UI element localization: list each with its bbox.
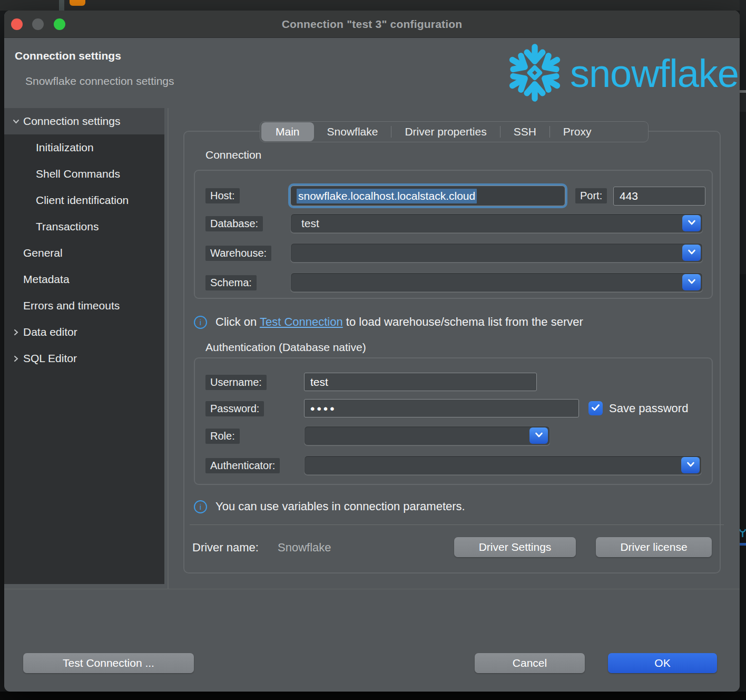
sidebar-item-transactions[interactable]: Transactions [4,213,164,240]
close-button[interactable] [11,18,23,30]
warehouse-dropdown-button[interactable] [682,245,701,261]
snowflake-logo-icon [505,43,565,105]
background-cyan-icon [739,529,746,538]
chevron-down-icon [686,461,695,469]
sidebar-divider [168,108,169,589]
chevron-down-icon [688,219,696,227]
background-dark-band [740,274,746,700]
sidebar-item-shell-commands[interactable]: Shell Commands [4,161,164,187]
ok-button[interactable]: OK [608,653,717,673]
chevron-right-icon[interactable] [11,353,21,364]
info-icon: i [194,500,207,513]
schema-label: Schema: [205,275,257,290]
minimize-button[interactable] [32,18,44,30]
background-desktop-bottom [0,692,746,700]
hint-suffix: to load warehouse/schema list from the s… [343,315,583,328]
chevron-down-icon[interactable] [11,116,21,127]
hint-prefix: Click on [215,315,260,328]
titlebar[interactable]: Connection "test 3" configuration [4,11,740,38]
save-password-checkbox[interactable] [588,401,603,415]
background-blue-bar [740,543,746,546]
role-dropdown-button[interactable] [529,427,548,444]
database-combo[interactable]: test [290,213,703,233]
schema-dropdown-button[interactable] [682,274,701,290]
background-app-icon [70,0,85,6]
driver-license-button[interactable]: Driver license [596,537,712,557]
username-input[interactable]: test [304,373,537,391]
chevron-down-icon [688,278,696,286]
sidebar-item-general[interactable]: General [4,240,164,266]
connection-group-label: Connection [205,149,261,161]
authenticator-dropdown-button[interactable] [681,457,700,473]
chevron-right-icon[interactable] [11,327,21,337]
brand-logo: snowflake [466,42,740,105]
warehouse-combo[interactable] [290,243,703,262]
chevron-down-icon [688,249,696,257]
tab-ssh[interactable]: SSH [500,122,549,141]
background-toolbar-divider [59,0,64,11]
authenticator-label: Authenticator: [205,458,280,473]
sidebar-item-sql-editor[interactable]: SQL Editor [4,345,164,372]
window-title: Connection "test 3" configuration [282,18,463,31]
tab-bar: Main Snowflake Driver properties SSH Pro… [260,121,649,142]
database-dropdown-button[interactable] [682,215,701,231]
tab-snowflake[interactable]: Snowflake [314,122,391,141]
role-label: Role: [205,429,240,444]
sidebar-item-metadata[interactable]: Metadata [4,266,164,293]
cancel-button[interactable]: Cancel [475,653,585,673]
username-label: Username: [205,375,267,390]
driver-name-value: Snowflake [278,541,331,555]
auth-group-label: Authentication (Database native) [205,341,366,354]
driver-name-label: Driver name: [192,541,259,555]
host-label: Host: [205,188,240,203]
page-title: Connection settings [15,50,121,62]
password-input[interactable]: •••• [304,399,579,417]
zoom-button[interactable] [54,18,65,30]
save-password-label[interactable]: Save password [609,402,688,415]
dialog-header: Connection settings Snowflake connection… [4,38,740,108]
sidebar-item-data-editor[interactable]: Data editor [4,319,164,345]
database-label: Database: [205,216,263,231]
schema-combo[interactable] [290,273,703,292]
test-connection-button[interactable]: Test Connection ... [23,653,194,673]
password-label: Password: [205,401,264,416]
tab-driver-properties[interactable]: Driver properties [391,122,499,141]
sidebar-item-errors-and-timeouts[interactable]: Errors and timeouts [4,293,164,319]
connection-groupbox: Host: snowflake.localhost.localstack.clo… [194,170,713,299]
auth-groupbox: Username: test Password: •••• Save passw… [194,357,713,485]
sidebar-item-initialization[interactable]: Initialization [4,134,164,161]
authenticator-combo[interactable] [304,455,702,475]
tab-main[interactable]: Main [261,122,314,141]
background-window-top [0,0,740,11]
sidebar-item-client-identification[interactable]: Client identification [4,187,164,213]
host-input[interactable]: snowflake.localhost.localstack.cloud [290,186,565,206]
variables-hint-text: You can use variables in connection para… [215,500,465,513]
tab-proxy[interactable]: Proxy [550,122,605,141]
role-combo[interactable] [304,426,550,445]
settings-tree: Connection settings Initialization Shell… [4,108,164,584]
test-connection-hint: i Click on Test Connection to load wareh… [194,315,583,329]
variables-hint: i You can use variables in connection pa… [194,500,465,513]
brand-wordmark: snowflake [570,54,740,93]
chevron-down-icon [535,432,543,440]
driver-settings-button[interactable]: Driver Settings [454,537,576,557]
driver-separator [190,524,724,525]
connection-configuration-dialog: Connection "test 3" configuration Connec… [4,11,740,692]
info-icon: i [194,316,207,329]
checkmark-icon [591,404,600,413]
port-input[interactable]: 443 [613,187,705,206]
screen: Connection "test 3" configuration Connec… [0,0,746,700]
footer-separator [4,589,740,589]
page-subtitle: Snowflake connection settings [25,75,174,88]
background-band [740,93,746,112]
test-connection-link[interactable]: Test Connection [260,315,343,328]
sidebar-item-connection-settings[interactable]: Connection settings [4,108,164,134]
warehouse-label: Warehouse: [205,246,271,261]
port-label: Port: [575,188,607,203]
